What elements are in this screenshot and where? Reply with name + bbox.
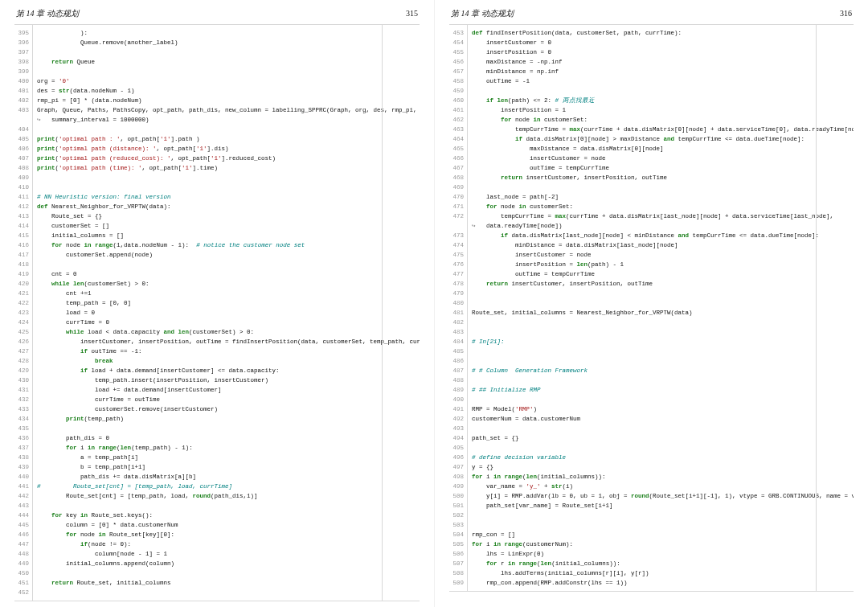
code-line: 448 column[node - 1] = 1: [14, 549, 420, 559]
code-line: 418: [14, 260, 420, 269]
line-number: 463: [449, 125, 467, 134]
code-text: for r in range(len(initial_columns)):: [467, 559, 854, 568]
line-number: 501: [449, 501, 467, 511]
code-text: while len(customerSet) > 0:: [32, 279, 420, 289]
code-line: 438 a = temp_path[i]: [14, 453, 420, 462]
code-line: 491RMP = Model('RMP'): [449, 404, 854, 414]
code-line: 504rmp_con = []: [449, 530, 854, 539]
line-number: 507: [449, 559, 467, 568]
code-text: cnt +=1: [32, 289, 420, 298]
code-text: path_dis += data.disMatrix[a][b]: [32, 472, 420, 482]
code-line: 452: [14, 588, 420, 597]
code-line: 472 tempCurrTime = max(currTime + data.d…: [449, 211, 854, 221]
code-text: initial_columns = []: [32, 231, 420, 240]
code-text: a = temp_path[i]: [32, 453, 420, 462]
line-number: 396: [14, 38, 32, 47]
code-text: return insertCustomer, insertPosition, o…: [467, 279, 854, 289]
code-text: ):: [32, 28, 420, 38]
code-line: 443: [14, 501, 420, 511]
code-line: 496# define decision variable: [449, 453, 854, 462]
code-line: ↪ data.readyTime[node]): [449, 221, 854, 231]
code-text: insertCustomer = node: [467, 250, 854, 260]
code-line: 423 load = 0: [14, 308, 420, 318]
code-line: 507 for r in range(len(initial_columns))…: [449, 559, 854, 568]
line-number: 461: [449, 105, 467, 115]
code-line: 499 var_name = 'y_' + str(i): [449, 482, 854, 491]
line-number: 447: [14, 539, 32, 549]
code-listing-left: 395 ):396 Queue.remove(another_label)397…: [14, 24, 420, 601]
code-text: insertPosition = 1: [467, 105, 854, 115]
line-number: 424: [14, 318, 32, 327]
line-number: 429: [14, 366, 32, 375]
code-line: 459: [449, 86, 854, 96]
line-number: 445: [14, 520, 32, 530]
code-line: 407print('optimal path (reduced_cost): '…: [14, 154, 420, 163]
code-text: insertCustomer, insertPosition, outTime …: [32, 337, 420, 347]
code-text: currTime = outTime: [32, 395, 420, 404]
code-line: 489# ## Initialize RMP: [449, 385, 854, 395]
line-number: 398: [14, 57, 32, 67]
code-text: # # Column Generation Framework: [467, 366, 854, 375]
code-text: ↪ summary_interval = 1000000): [32, 115, 420, 125]
line-number: 467: [449, 163, 467, 173]
line-number: 450: [14, 568, 32, 578]
chapter-label: 第 14 章 动态规划: [16, 8, 79, 19]
code-line: 396 Queue.remove(another_label): [14, 38, 420, 47]
code-line: 492customerNum = data.customerNum: [449, 414, 854, 424]
line-number: 451: [14, 578, 32, 588]
line-number: 464: [449, 134, 467, 144]
code-line: 469: [449, 183, 854, 192]
line-number: 399: [14, 67, 32, 76]
line-number: 420: [14, 279, 32, 289]
line-number: 417: [14, 250, 32, 260]
code-text: # ## Initialize RMP: [467, 385, 854, 395]
code-line: 502: [449, 511, 854, 520]
code-line: 427 if outTime == -1:: [14, 347, 420, 356]
code-text: lhs = LinExpr(0): [467, 549, 854, 559]
line-number: 436: [14, 433, 32, 443]
code-text: break: [32, 356, 420, 366]
line-number: 421: [14, 289, 32, 298]
line-number: 406: [14, 144, 32, 154]
code-line: 453def findInsertPosition(data, customer…: [449, 28, 854, 38]
line-number: 454: [449, 38, 467, 47]
code-line: 410: [14, 183, 420, 192]
line-number: 499: [449, 482, 467, 491]
line-number: 430: [14, 375, 32, 385]
line-number: 489: [449, 385, 467, 395]
code-line: 435: [14, 424, 420, 433]
chapter-label: 第 14 章 动态规划: [451, 8, 514, 19]
line-number: 434: [14, 414, 32, 424]
code-text: # define decision variable: [467, 453, 854, 462]
line-number: 410: [14, 183, 32, 192]
code-line: 419 cnt = 0: [14, 269, 420, 279]
line-number: 455: [449, 47, 467, 57]
line-number: 469: [449, 183, 467, 192]
code-text: column = [0] * data.customerNum: [32, 520, 420, 530]
code-line: 467 outTime = tempCurrTime: [449, 163, 854, 173]
code-line: ↪ summary_interval = 1000000): [14, 115, 420, 125]
line-number: 504: [449, 530, 467, 539]
code-text: return Queue: [32, 57, 420, 67]
code-line: 412def Nearest_Neighbor_for_VRPTW(data):: [14, 202, 420, 211]
code-text: temp_path = [0, 0]: [32, 298, 420, 308]
code-line: 479: [449, 289, 854, 298]
line-number: 500: [449, 491, 467, 501]
code-text: # Route_set[cnt] = [temp_path, load, cur…: [32, 482, 420, 491]
code-line: 408print('optimal path (time): ', opt_pa…: [14, 163, 420, 173]
code-line: 473 if data.disMatrix[last_node][node] <…: [449, 231, 854, 240]
line-number: 502: [449, 511, 467, 520]
code-line: 447 if(node != 0):: [14, 539, 420, 549]
code-text: RMP = Model('RMP'): [467, 404, 854, 414]
line-number: 474: [449, 240, 467, 250]
line-number: 415: [14, 231, 32, 240]
line-number: 444: [14, 511, 32, 520]
line-number: 476: [449, 260, 467, 269]
code-text: maxDistance = data.disMatrix[0][node]: [467, 144, 854, 154]
code-line: 406print('optimal path (distance): ', op…: [14, 144, 420, 154]
code-text: outTime = tempCurrTime: [467, 163, 854, 173]
line-number: 439: [14, 462, 32, 472]
code-line: 495: [449, 443, 854, 453]
code-line: 431 load += data.demand[insertCustomer]: [14, 385, 420, 395]
line-number: 452: [14, 588, 32, 597]
